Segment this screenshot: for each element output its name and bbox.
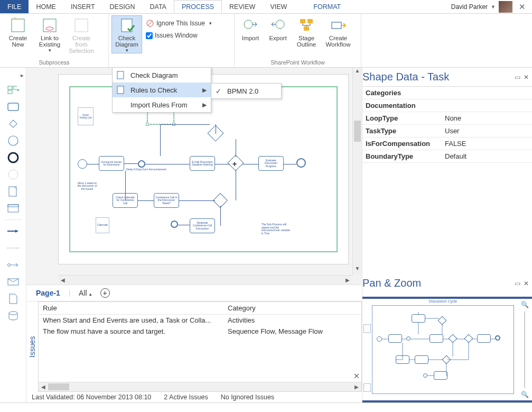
start-event[interactable] xyxy=(78,159,87,169)
submenu-bpmn20[interactable]: BPMN 2.0 xyxy=(211,84,281,98)
shape-circle-bold-icon[interactable] xyxy=(7,152,19,163)
task-announce[interactable]: Announce Issues for Discussion xyxy=(99,156,124,171)
scroll-up-icon[interactable]: ▲ xyxy=(353,68,362,77)
vscroll-thumb[interactable] xyxy=(354,121,361,142)
table-row[interactable]: Documentation xyxy=(362,99,532,112)
add-page-button[interactable]: + xyxy=(100,288,110,298)
user-name[interactable]: David Parker xyxy=(451,3,488,11)
svg-rect-11 xyxy=(304,26,309,31)
menu-import-rules-from[interactable]: Import Rules From ▶ xyxy=(113,97,211,112)
task-evaluate[interactable]: Evaluate Discussion Progress xyxy=(258,156,284,171)
create-new-button[interactable]: Create New xyxy=(3,16,33,48)
diagram-note-voting[interactable]: Issue Voting List xyxy=(78,107,94,125)
tab-home[interactable]: HOME xyxy=(29,0,63,13)
create-workflow-button[interactable]: Create Workflow xyxy=(322,16,354,48)
shape-stencil-icon[interactable]: ▾ xyxy=(7,84,19,96)
issues-hscroll-thumb[interactable] xyxy=(48,383,69,390)
panel-restore-icon[interactable]: ▭ xyxy=(515,74,520,81)
rules-submenu: BPMN 2.0 xyxy=(211,83,282,99)
table-row[interactable]: LoopTypeNone xyxy=(362,112,532,125)
panel-restore-icon[interactable]: ▭ xyxy=(515,280,520,287)
pan-zoom-title: Pan & Zoom xyxy=(362,277,421,289)
pan-zoom-slider[interactable]: 🔍 🔍 xyxy=(519,301,530,398)
intermediate-timer-1[interactable] xyxy=(138,160,145,168)
rules-to-check-icon xyxy=(117,86,125,94)
connector-dotted-icon[interactable] xyxy=(7,242,19,254)
issues-status-bar: Last Validated: 06 November 2013 08:10 2… xyxy=(26,392,362,402)
scroll-left-icon[interactable]: ◀ xyxy=(58,276,68,285)
shape-data-table: Categories Documentation LoopTypeNone Ta… xyxy=(362,86,532,163)
shape-subprocess-icon[interactable] xyxy=(7,203,19,214)
export-button[interactable]: Export xyxy=(265,16,291,41)
create-workflow-icon xyxy=(330,17,347,34)
end-event[interactable] xyxy=(296,158,306,168)
task-confcall[interactable]: Conference Call in the Discussion Week? xyxy=(154,193,179,208)
stage-outline-button[interactable]: Stage Outline xyxy=(293,16,320,48)
table-row[interactable]: IsForCompensationFALSE xyxy=(362,138,532,150)
canvas-hscroll[interactable]: ◀ ▶ xyxy=(58,275,352,285)
issues-close-icon[interactable]: ✕ xyxy=(353,372,360,380)
table-row[interactable]: TaskTypeUser xyxy=(362,125,532,138)
tab-review[interactable]: REVIEW xyxy=(222,0,263,13)
tab-view[interactable]: VIEW xyxy=(263,0,294,13)
issues-window-checkbox[interactable]: Issues Window xyxy=(144,31,214,40)
scroll-right-icon[interactable]: ▶ xyxy=(343,276,352,285)
table-row[interactable]: Categories xyxy=(362,87,532,99)
shape-rectangle-icon[interactable] xyxy=(7,101,19,113)
scroll-right-icon[interactable]: ▶ xyxy=(352,382,361,391)
shape-data-icon[interactable] xyxy=(7,186,19,197)
issue-row[interactable]: When Start and End Events are used, a Ta… xyxy=(39,315,361,326)
shape-document-icon[interactable] xyxy=(7,293,19,305)
issues-panel-tab[interactable]: Issues xyxy=(26,301,38,392)
scroll-left-icon[interactable]: ◀ xyxy=(39,382,48,391)
tab-file[interactable]: FILE xyxy=(0,0,29,13)
avatar[interactable] xyxy=(499,1,512,13)
page-tab-1[interactable]: Page-1 xyxy=(36,289,60,297)
issues-hscroll[interactable]: ◀ ▶ xyxy=(39,382,361,391)
collapse-shapes-icon[interactable]: ▸ xyxy=(21,72,24,79)
issues-window-check[interactable] xyxy=(146,32,153,39)
ignore-issue-icon xyxy=(146,19,154,28)
tab-format[interactable]: FORMAT xyxy=(306,0,348,13)
connector-arrow-icon[interactable] xyxy=(7,225,19,237)
link-existing-button[interactable]: Link to Existing▾ xyxy=(35,16,64,53)
tab-process[interactable]: PROCESS xyxy=(174,0,222,13)
canvas-vscroll[interactable]: ▲ ▼ xyxy=(352,68,362,275)
svg-rect-14 xyxy=(117,86,124,94)
tab-insert[interactable]: INSERT xyxy=(63,0,102,13)
pan-zoom-thumbnail[interactable]: Discussion Cycle xyxy=(372,305,514,394)
svg-rect-15 xyxy=(8,86,12,89)
panel-close-icon[interactable]: ✕ xyxy=(524,280,529,287)
pan-zoom-canvas[interactable]: Discussion Cycle xyxy=(362,297,532,402)
shape-circle-thin-icon[interactable] xyxy=(7,135,19,147)
shape-diamond-icon[interactable] xyxy=(7,118,19,130)
menu-rules-to-check[interactable]: Rules to Check ▶ xyxy=(113,83,211,97)
import-button[interactable]: Import xyxy=(238,16,263,41)
intermediate-timer-2[interactable] xyxy=(171,221,178,228)
tab-design[interactable]: DESIGN xyxy=(102,0,143,13)
create-new-icon xyxy=(10,17,26,34)
ignore-this-issue-button[interactable]: Ignore This Issue ▾ xyxy=(144,18,214,29)
zoom-out-icon[interactable]: 🔍 xyxy=(521,391,529,398)
panel-close-icon[interactable]: ✕ xyxy=(524,74,529,81)
shape-datastore-icon[interactable] xyxy=(7,310,19,322)
menu-check-diagram[interactable]: Check Diagram xyxy=(113,68,211,83)
issues-header-rule[interactable]: Rule xyxy=(39,302,223,314)
issue-row[interactable]: The flow must have a source and target. … xyxy=(39,326,361,337)
issues-header-category[interactable]: Category xyxy=(223,302,361,314)
window-close-icon[interactable]: ✕ xyxy=(516,2,529,12)
check-diagram-button[interactable]: Check Diagram▾ xyxy=(112,16,142,53)
table-row[interactable]: BoundaryTypeDefault xyxy=(362,150,532,163)
shape-circle-light-icon[interactable] xyxy=(7,169,19,180)
diagram-note-calendar[interactable]: Calendar xyxy=(96,217,109,233)
scroll-down-icon[interactable]: ▼ xyxy=(353,265,362,275)
task-moderate[interactable]: Moderate Conference Call Discussion xyxy=(190,218,215,233)
page-tab-all[interactable]: All ▴ xyxy=(79,289,91,297)
shape-envelope-icon[interactable] xyxy=(7,276,19,288)
user-dropdown-icon[interactable]: ▼ xyxy=(491,4,496,10)
zoom-in-icon[interactable]: 🔍 xyxy=(521,301,529,308)
group-label-subprocess: Subprocess xyxy=(0,59,108,67)
task-email[interactable]: E-mail Discussion Deadline Warning xyxy=(190,156,215,171)
tab-data[interactable]: DATA xyxy=(142,0,173,13)
connector-open-arrow-icon[interactable] xyxy=(7,259,19,271)
